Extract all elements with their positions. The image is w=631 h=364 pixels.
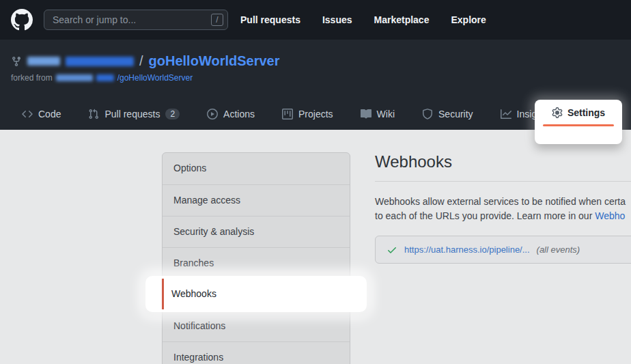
forked-from-line: forked from /goHelloWorldServer <box>11 73 193 83</box>
tab-label: Actions <box>223 109 255 120</box>
code-icon <box>22 109 33 120</box>
settings-sidebar: Options Manage access Security & analysi… <box>162 152 350 364</box>
shield-icon <box>422 109 433 120</box>
gear-icon <box>552 107 563 118</box>
tab-projects[interactable]: Projects <box>282 109 333 120</box>
graph-icon <box>501 109 511 120</box>
webhooks-panel: Webhooks Webhooks allow external service… <box>375 152 631 264</box>
nav-marketplace[interactable]: Marketplace <box>374 14 430 25</box>
redacted-fork-owner <box>96 74 114 81</box>
redacted-owner-name[interactable] <box>27 57 60 66</box>
search-input[interactable] <box>44 10 228 30</box>
sidebar-item-label: Webhooks <box>171 276 216 312</box>
sidebar-item-options[interactable]: Options <box>163 153 350 184</box>
nav-explore[interactable]: Explore <box>451 14 486 25</box>
description-line-1: Webhooks allow external services to be n… <box>375 195 631 209</box>
tab-label: Code <box>38 109 61 120</box>
redacted-fork-owner <box>56 74 93 81</box>
sidebar-item-webhooks-highlighted[interactable]: Webhooks <box>145 276 367 312</box>
nav-issues[interactable]: Issues <box>322 14 352 25</box>
webhook-url-link[interactable]: https://uat.harness.io/pipeline/... <box>404 244 530 255</box>
webhook-list-row[interactable]: https://uat.harness.io/pipeline/... (all… <box>375 236 631 264</box>
tab-wiki[interactable]: Wiki <box>361 109 395 120</box>
tab-label: Projects <box>298 109 333 120</box>
repo-forked-icon <box>11 56 22 67</box>
project-icon <box>282 109 293 120</box>
slash-shortcut-key: / <box>211 14 223 26</box>
tab-security[interactable]: Security <box>422 109 473 120</box>
repo-title: / goHelloWorldServer <box>11 53 279 69</box>
pull-request-icon <box>88 109 99 120</box>
tab-label: Security <box>438 109 473 120</box>
tab-label: Pull requests <box>104 109 160 120</box>
tab-label: Wiki <box>377 109 395 120</box>
redacted-owner-name[interactable] <box>66 57 134 66</box>
tab-label: Settings <box>567 107 605 118</box>
nav-pull-requests[interactable]: Pull requests <box>240 14 300 25</box>
global-search: / <box>44 10 228 30</box>
webhooks-description: Webhooks allow external services to be n… <box>375 195 631 223</box>
sidebar-item-integrations[interactable]: Integrations <box>163 341 350 364</box>
sidebar-item-branches[interactable]: Branches <box>163 247 350 279</box>
sidebar-item-security-analysis[interactable]: Security & analysis <box>163 216 350 247</box>
github-logo-icon[interactable] <box>11 9 33 31</box>
selected-item-accent-bar <box>162 279 164 309</box>
book-icon <box>361 109 371 120</box>
top-navigation-bar: / Pull requests Issues Marketplace Explo… <box>0 0 631 40</box>
sidebar-item-notifications[interactable]: Notifications <box>163 310 350 341</box>
page-title: Webhooks <box>375 152 631 182</box>
tab-code[interactable]: Code <box>22 109 61 120</box>
play-circle-icon <box>207 109 218 120</box>
tab-settings-highlighted[interactable]: Settings <box>535 100 622 144</box>
webhook-events-note: (all events) <box>537 244 580 255</box>
tab-actions[interactable]: Actions <box>207 109 255 120</box>
forked-from-label: forked from <box>11 73 53 83</box>
tab-pull-requests[interactable]: Pull requests 2 <box>88 109 180 120</box>
description-line-2: to each of the URLs you provide. Learn m… <box>375 209 631 223</box>
check-icon <box>387 244 397 255</box>
top-nav-links: Pull requests Issues Marketplace Explore <box>240 14 486 25</box>
forked-repo-link[interactable]: /goHelloWorldServer <box>117 73 193 83</box>
github-repo-settings-page: / Pull requests Issues Marketplace Explo… <box>0 0 631 364</box>
pull-request-count-badge: 2 <box>165 109 180 120</box>
webhooks-guide-link[interactable]: Webho <box>595 210 625 221</box>
repo-separator: / <box>139 53 143 69</box>
sidebar-item-manage-access[interactable]: Manage access <box>163 184 350 216</box>
selected-tab-underline <box>543 124 614 126</box>
repo-name-link[interactable]: goHelloWorldServer <box>149 53 280 69</box>
